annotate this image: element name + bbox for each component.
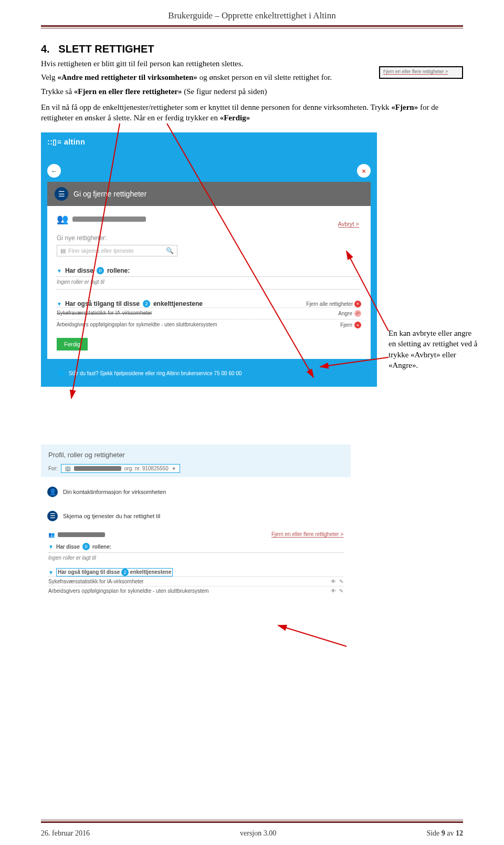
triangle-icon: ▼ [57, 301, 62, 307]
footer-date: 26. februar 2016 [41, 829, 90, 838]
svg-line-4 [278, 625, 346, 646]
redacted-org [74, 466, 121, 471]
service-row-1b: Sykefraværsstatistikk for IA-virksomhete… [48, 579, 144, 584]
section-heading: 4. SLETT RETTIGHET [41, 43, 463, 55]
altinn-logo: ::▯≡ altinn [47, 138, 85, 146]
forms-row[interactable]: Skjema og tjenester du har rettighet til [63, 513, 160, 519]
cancel-link[interactable]: Avbryt > [338, 221, 359, 228]
search-placeholder: Finn skjema eller tjeneste [68, 248, 134, 254]
dialog-title: Gi og fjerne rettigheter [74, 190, 146, 198]
remove-link[interactable]: Fjern [340, 322, 352, 328]
section-title-text: SLETT RETTIGHET [58, 43, 154, 55]
service-row-1: Sykefraværsstatistikk for IA-virksomhete… [57, 310, 152, 317]
view-edit-icons[interactable]: 👁 ✎ [331, 579, 343, 584]
para-1c: Trykke så «Fjern en eller flere rettighe… [41, 86, 463, 97]
remove-all-link[interactable]: Fjern alle rettigheter [306, 301, 353, 306]
page-header-title: Brukerguide – Opprette enkeltrettighet i… [0, 0, 504, 21]
roles-count-badge: 0 [97, 267, 104, 274]
users-icon: 👥 [57, 213, 68, 225]
remove-rights-chip: Fjern en eller flere rettigheter > [379, 66, 463, 79]
footer-page: Side 9 av 12 [426, 829, 463, 838]
no-roles-text: Ingen roller er lagt til [57, 277, 361, 287]
undo-icon[interactable]: ↶ [354, 310, 361, 317]
services-count-badge: 2 [121, 569, 129, 576]
close-button[interactable]: × [357, 164, 371, 178]
org-number: org. nr. 910825550 [124, 466, 169, 471]
done-button[interactable]: Ferdig [57, 338, 88, 351]
search-icon: 🔍 [166, 247, 174, 254]
triangle-icon: ▼ [57, 268, 62, 274]
service-row-2: Arbeidsgivers oppfølgingsplan for sykmel… [57, 322, 217, 328]
org-dropdown[interactable]: 🏢 org. nr. 910825550 ▼ [61, 464, 180, 473]
footer-rule [41, 820, 463, 823]
list-icon: ☰ [55, 187, 68, 201]
para-2: En vil nå få opp de enkelttjenester/rett… [41, 102, 463, 123]
remove-icon[interactable]: × [354, 301, 361, 307]
undo-link[interactable]: Angre [338, 311, 352, 316]
for-label: For: [48, 466, 58, 471]
services-count-badge: 2 [143, 300, 150, 307]
building-icon: 🏢 [65, 466, 71, 471]
users-icon: 👥 [48, 532, 55, 538]
roles-count-badge: 0 [82, 543, 90, 550]
redacted-name-2 [58, 532, 105, 537]
view-edit-icons[interactable]: 👁 ✎ [331, 588, 343, 594]
redacted-name [72, 217, 146, 222]
roles-heading: ▼ Har disse 0 rollene: [57, 267, 361, 274]
remove-icon[interactable]: × [354, 322, 361, 328]
globe-icon: 🌐 [58, 370, 64, 376]
help-bar: 🌐 Står du fast? Sjekk hjelpesidene eller… [47, 365, 371, 382]
no-roles-text-2: Ingen roller er lagt til [48, 553, 343, 563]
screenshot-profile-panel: Profil, roller og rettigheter For: 🏢 org… [41, 445, 351, 603]
footer-version: versjon 3.00 [240, 829, 276, 838]
back-button[interactable]: ← [47, 164, 61, 178]
callout-text: En kan avbryte eller angre en sletting a… [388, 328, 478, 370]
section-number: 4. [41, 43, 50, 55]
triangle-icon: ▼ [48, 544, 54, 550]
form-icon: ☰ [47, 511, 58, 521]
screenshot-altinn-dialog: ::▯≡ altinn ← × ☰ Gi og fjerne rettighet… [41, 132, 377, 387]
profile-title: Profil, roller og rettigheter [48, 451, 343, 459]
search-input[interactable]: ▤ Finn skjema eller tjeneste 🔍 [57, 245, 177, 256]
person-icon: 👤 [47, 487, 58, 497]
give-rights-label: Gi nye rettigheter: [57, 234, 361, 242]
remove-rights-link[interactable]: Fjern en eller flere rettigheter > [271, 531, 343, 538]
doc-icon: ▤ [60, 248, 66, 254]
dialog-header: ☰ Gi og fjerne rettigheter [47, 182, 371, 206]
chevron-down-icon: ▼ [172, 466, 176, 471]
triangle-icon: ▼ [48, 570, 54, 575]
contact-info-row[interactable]: Din kontaktinformasjon for virksomheten [63, 489, 166, 495]
service-row-2b: Arbeidsgivers oppfølgingsplan for sykmel… [48, 588, 209, 594]
